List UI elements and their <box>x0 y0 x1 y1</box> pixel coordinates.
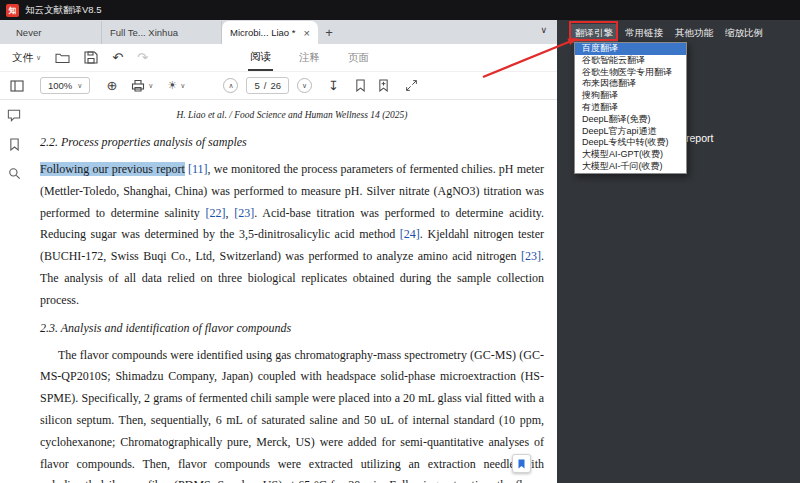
bookmark-panel-icon[interactable] <box>9 137 20 155</box>
save-icon[interactable] <box>84 51 98 64</box>
menu-other-functions[interactable]: 其他功能 <box>670 24 718 43</box>
engine-option-deepl-paid[interactable]: DeepL专线中转(收费) <box>575 137 686 149</box>
main-toolbar: 文件 ∨ ↶ ↷ 阅读 注释 页面 <box>0 44 557 72</box>
page-number-input[interactable]: 5 / 26 <box>246 77 289 94</box>
paragraph-process-properties: Following our previous report [11], we m… <box>40 159 544 312</box>
bookmark-icon <box>517 458 526 470</box>
menu-zoom-ratio[interactable]: 缩放比例 <box>720 24 768 43</box>
tab-read[interactable]: 阅读 <box>248 45 273 71</box>
chevron-down-icon: ∨ <box>180 82 185 90</box>
titlebar: 知 知云文献翻译V8.5 <box>0 0 800 20</box>
engine-option-youdao[interactable]: 有道翻译 <box>575 102 686 114</box>
search-icon[interactable] <box>8 166 21 184</box>
page-total: 26 <box>270 80 281 91</box>
tab-never[interactable]: Never <box>8 21 102 44</box>
bookmark-outline-icon[interactable] <box>355 79 366 92</box>
open-folder-icon[interactable] <box>55 51 70 64</box>
engine-dropdown: 百度翻译 谷歌智能云翻译 谷歌生物医学专用翻译 布来因德翻译 搜狗翻译 有道翻译… <box>574 42 687 174</box>
section-heading-22: 2.2. Process properties analysis of samp… <box>40 135 544 150</box>
file-menu-label: 文件 <box>12 51 33 65</box>
print-icon[interactable] <box>131 79 145 92</box>
close-icon[interactable]: × <box>304 27 310 39</box>
chevron-down-icon[interactable]: ∨ <box>540 25 547 35</box>
comment-icon[interactable] <box>7 108 21 126</box>
menu-common-links[interactable]: 常用链接 <box>620 24 668 43</box>
fullscreen-expand-icon[interactable] <box>405 79 418 92</box>
translation-panel: 翻译引擎 常用链接 其他功能 缩放比例 report 百度翻译 谷歌智能云翻译 … <box>557 20 800 483</box>
engine-option-baidu[interactable]: 百度翻译 <box>575 43 686 55</box>
pdf-viewer[interactable]: H. Liao et al. / Food Science and Human … <box>28 100 557 483</box>
source-text-fragment: report <box>686 132 713 144</box>
engine-option-deepl-api[interactable]: DeepL官方api通道 <box>575 126 686 138</box>
zoom-level-value: 100% <box>48 80 72 91</box>
section-heading-23: 2.3. Analysis and identification of flav… <box>40 321 544 336</box>
app-title: 知云文献翻译V8.5 <box>25 4 102 17</box>
tab-fulltext-xinhua[interactable]: Full Te... Xinhua <box>102 21 222 44</box>
running-header: H. Liao et al. / Food Science and Human … <box>40 110 544 120</box>
view-mode-tabs: 阅读 注释 页面 <box>248 44 371 72</box>
new-tab-button[interactable]: + <box>318 25 340 40</box>
engine-option-ai-qianwen[interactable]: 大模型AI-千问(收费) <box>575 161 686 173</box>
file-menu[interactable]: 文件 ∨ <box>12 51 41 65</box>
engine-option-google-cloud[interactable]: 谷歌智能云翻译 <box>575 55 686 67</box>
tab-label: Microbi... Liao * <box>230 27 295 38</box>
add-bookmark-icon[interactable] <box>378 79 389 92</box>
redo-icon[interactable]: ↷ <box>137 51 148 64</box>
engine-option-sogou[interactable]: 搜狗翻译 <box>575 90 686 102</box>
tab-annotate[interactable]: 注释 <box>297 46 322 70</box>
tab-bar: Never Full Te... Xinhua Microbi... Liao … <box>0 20 557 44</box>
engine-option-deepl-free[interactable]: DeepL翻译(免费) <box>575 114 686 126</box>
side-tool-strip <box>0 100 28 483</box>
brightness-icon[interactable]: ☀ <box>167 79 177 92</box>
sidebar-toggle-icon[interactable] <box>10 80 24 92</box>
engine-option-4[interactable]: 布来因德翻译 <box>575 78 686 90</box>
previous-page-button[interactable]: ∧ <box>223 78 238 93</box>
next-page-button[interactable]: ∨ <box>297 78 312 93</box>
paragraph-flavor-compounds: The flavor compounds were identified usi… <box>40 345 544 483</box>
page-current: 5 <box>254 80 259 91</box>
engine-option-ai-gpt[interactable]: 大模型AI-GPT(收费) <box>575 149 686 161</box>
undo-icon[interactable]: ↶ <box>112 51 123 64</box>
zoom-in-icon[interactable]: ⊕ <box>106 79 117 92</box>
view-toolbar: 100% ∨ ⊕ ∨ ☀ ∨ ∧ 5 / 26 ∨ ↧ <box>0 72 557 100</box>
floating-bookmark-button[interactable] <box>512 454 531 473</box>
page-separator: / <box>264 80 267 91</box>
chevron-down-icon: ∨ <box>36 54 41 62</box>
menu-translation-engine[interactable]: 翻译引擎 <box>570 24 618 43</box>
tab-microbi-liao[interactable]: Microbi... Liao * × <box>222 21 318 44</box>
tab-label: Full Te... Xinhua <box>110 27 178 38</box>
chevron-down-icon: ∨ <box>148 82 153 90</box>
engine-option-google-biomed[interactable]: 谷歌生物医学专用翻译 <box>575 67 686 79</box>
tab-page[interactable]: 页面 <box>346 46 371 70</box>
zoom-level-select[interactable]: 100% ∨ <box>40 77 90 94</box>
chevron-down-icon: ∨ <box>77 82 82 90</box>
download-icon[interactable]: ↧ <box>328 79 339 92</box>
app-logo-icon: 知 <box>6 4 19 17</box>
tab-label: Never <box>16 27 41 38</box>
